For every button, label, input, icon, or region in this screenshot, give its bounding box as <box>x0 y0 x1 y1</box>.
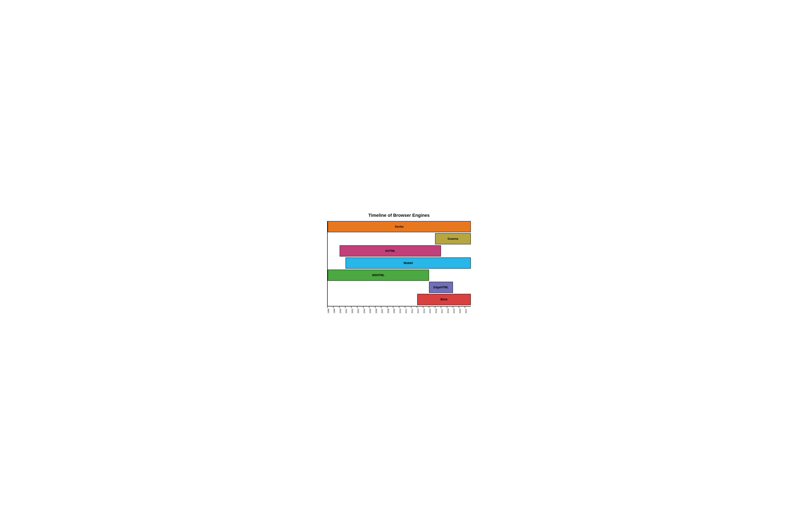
bar-webkit: Webkit <box>345 258 471 269</box>
tick-2012 <box>411 306 417 308</box>
axis-label-2020: 2020 <box>459 308 465 319</box>
tick-2008 <box>387 306 393 308</box>
axis-label-1998: 1998 <box>327 308 333 319</box>
bar-edgehtml: EdgeHTML <box>429 282 453 293</box>
tick-2001 <box>345 306 351 308</box>
bar-label-mshtml: MSHTML <box>372 273 384 277</box>
bar-label-webkit: Webkit <box>403 262 413 265</box>
axis-label-2008: 2008 <box>387 308 393 319</box>
bar-label-gecko: Gecko <box>395 225 404 228</box>
axis-label-2003: 2003 <box>357 308 363 319</box>
tick-2013 <box>417 306 423 308</box>
bar-row-blink: Blink <box>328 294 471 305</box>
tick-1998 <box>327 306 333 308</box>
axis-label-2000: 2000 <box>339 308 345 319</box>
tick-2009 <box>393 306 399 308</box>
tick-2017 <box>441 306 447 308</box>
axis-label-2007: 2007 <box>381 308 387 319</box>
tick-2016 <box>435 306 441 308</box>
axis-label-2001: 2001 <box>345 308 351 319</box>
tick-2000 <box>339 306 345 308</box>
bar-label-edgehtml: EdgeHTML <box>434 286 449 289</box>
axis-area: 1998199920002001200220032004200520062007… <box>327 306 471 319</box>
bar-mshtml: MSHTML <box>328 270 429 281</box>
axis-label-2018: 2018 <box>447 308 453 319</box>
tick-2019 <box>453 306 459 308</box>
tick-2018 <box>447 306 453 308</box>
axis-label-2002: 2002 <box>351 308 357 319</box>
tick-2021 <box>465 306 471 308</box>
axis-label-2014: 2014 <box>423 308 429 319</box>
chart-container: Timeline of Browser Engines GeckoGoannaK… <box>327 213 471 319</box>
tick-2004 <box>363 306 369 308</box>
bar-row-khtml: KHTML <box>328 245 471 256</box>
axis-label-1999: 1999 <box>333 308 339 319</box>
axis-label-2010: 2010 <box>399 308 405 319</box>
tick-2006 <box>375 306 381 308</box>
tick-2015 <box>429 306 435 308</box>
bar-gecko: Gecko <box>328 221 471 232</box>
bar-label-blink: Blink <box>440 298 448 301</box>
axis-label-2009: 2009 <box>393 308 399 319</box>
tick-2003 <box>357 306 363 308</box>
tick-2005 <box>369 306 375 308</box>
tick-2007 <box>381 306 387 308</box>
axis-label-2005: 2005 <box>369 308 375 319</box>
chart-area: GeckoGoannaKHTMLWebkitMSHTMLEdgeHTMLBlin… <box>327 221 471 319</box>
axis-label-2012: 2012 <box>411 308 417 319</box>
axis-label-2021: 2021 <box>465 308 471 319</box>
chart-title: Timeline of Browser Engines <box>327 213 471 218</box>
axis-label-2006: 2006 <box>375 308 381 319</box>
axis-label-2011: 2011 <box>405 308 411 319</box>
tick-1999 <box>333 306 339 308</box>
labels-row: 1998199920002001200220032004200520062007… <box>327 308 471 319</box>
bars-section: GeckoGoannaKHTMLWebkitMSHTMLEdgeHTMLBlin… <box>327 221 471 306</box>
axis-label-2016: 2016 <box>435 308 441 319</box>
bar-goanna: Goanna <box>435 233 471 244</box>
bar-row-edgehtml: EdgeHTML <box>328 282 471 293</box>
bar-row-goanna: Goanna <box>328 233 471 244</box>
axis-label-2004: 2004 <box>363 308 369 319</box>
tick-2014 <box>423 306 429 308</box>
axis-label-2017: 2017 <box>441 308 447 319</box>
axis-label-2013: 2013 <box>417 308 423 319</box>
bar-row-gecko: Gecko <box>328 221 471 232</box>
ticks-row <box>327 306 471 308</box>
axis-label-2015: 2015 <box>429 308 435 319</box>
axis-label-2019: 2019 <box>453 308 459 319</box>
bar-khtml: KHTML <box>340 245 441 256</box>
tick-2002 <box>351 306 357 308</box>
bar-row-webkit: Webkit <box>328 258 471 269</box>
tick-2010 <box>399 306 405 308</box>
bar-label-khtml: KHTML <box>385 249 395 253</box>
bar-blink: Blink <box>417 294 471 305</box>
tick-2020 <box>459 306 465 308</box>
tick-2011 <box>405 306 411 308</box>
bar-label-goanna: Goanna <box>448 237 458 241</box>
bar-row-mshtml: MSHTML <box>328 270 471 281</box>
